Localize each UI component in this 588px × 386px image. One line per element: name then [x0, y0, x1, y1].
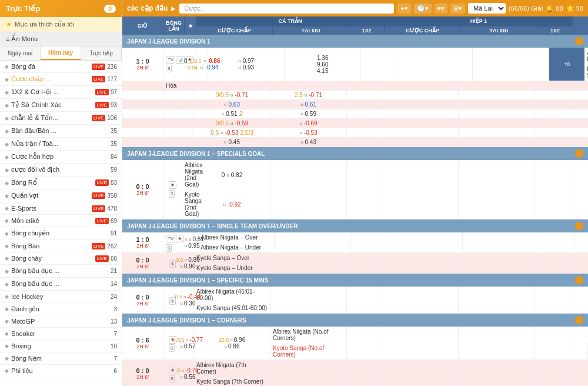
- section-15mins[interactable]: JAPAN J-LEAGUE DIVISION 1 – SPECIFIC 15 …: [122, 274, 588, 287]
- more-btn-1[interactable]: +8: [549, 48, 584, 81]
- sidebar-item-10[interactable]: ◆Quần vợtLIVE350: [0, 189, 122, 202]
- money-icon[interactable]: $: [166, 65, 172, 72]
- sidebar-item-20[interactable]: ◆MotoGP13: [0, 315, 122, 328]
- c1-cc: 0.5/1o-0.77 u0.57: [182, 327, 194, 360]
- sidebar-item-1[interactable]: ◆Cược chấp ...LIVE177: [0, 73, 122, 86]
- add-icon-btn[interactable]: +▾: [397, 4, 410, 14]
- spec-star-icon[interactable]: ★: [169, 181, 176, 189]
- search-area[interactable]: Cược...: [179, 4, 394, 14]
- grid-icon-btn[interactable]: ⊞▾: [450, 4, 465, 14]
- sport-count: 106: [107, 115, 117, 121]
- sidebar-item-24[interactable]: ◆Phi tiêu6: [0, 365, 122, 377]
- tab-tomorrow[interactable]: Ngày mai: [0, 46, 41, 60]
- sidebar-item-6[interactable]: ◆Nửa trận / Toà...35: [0, 138, 122, 151]
- m15-score: 0 : 0 2H 6': [122, 287, 163, 313]
- c1-dollar[interactable]: $: [169, 344, 175, 352]
- collapse-corners[interactable]: [575, 316, 583, 324]
- sidebar-item-7[interactable]: ◆Cược hỗn hợp84: [0, 151, 122, 164]
- corner-match-2: 0 : 0 2H 6' Albirex Niigata (7th Corner)…: [122, 360, 588, 386]
- sidebar-item-18[interactable]: ◆Ice Hockey24: [0, 291, 122, 303]
- sport-name: 1X2 & Cơ Hội ...: [11, 88, 95, 96]
- sport-count: 60: [111, 255, 117, 262]
- collapse-15mins[interactable]: [575, 276, 583, 284]
- sport-name: Cược hỗn hợp: [11, 153, 111, 161]
- c2-cc: 0o-0.76 u0.56: [182, 360, 194, 386]
- sidebar-item-4[interactable]: ◆chẵn lẻ & Tổn...LIVE106: [0, 112, 122, 125]
- sport-name: Bóng bầu dục ...: [11, 280, 111, 288]
- sidebar-item-2[interactable]: ◆1X2 & Cơ Hội ...LIVE97: [0, 86, 122, 99]
- sport-name: Phi tiêu: [11, 367, 113, 374]
- s1-dollar[interactable]: $: [166, 244, 172, 252]
- s1-tv[interactable]: TV: [166, 235, 175, 242]
- th-match: BÓNG LẦN: [163, 16, 185, 35]
- chevron-icon: ◆: [5, 231, 9, 237]
- spec-money-icon[interactable]: $: [169, 190, 175, 198]
- collapse-specials[interactable]: [575, 149, 583, 158]
- sidebar-item-9[interactable]: ◆Bóng RổLIVE83: [0, 177, 122, 189]
- chevron-icon: ◆: [5, 281, 9, 287]
- sidebar-item-15[interactable]: ◆Bóng chàyLIVE60: [0, 252, 122, 265]
- sidebar-item-11[interactable]: ◆E-SportsLIVE478: [0, 202, 122, 215]
- section-single[interactable]: JAPAN J-LEAGUE DIVISION 1 – SINGLE TEAM …: [122, 219, 588, 232]
- sport-count: 13: [111, 318, 117, 325]
- chevron-icon: ◆: [5, 193, 9, 199]
- spec-more: [570, 160, 588, 189]
- s2-dollar[interactable]: $: [169, 260, 175, 268]
- sidebar-item-19[interactable]: ◆Đánh gôn3: [0, 303, 122, 315]
- cuoc-chap-1: 0 2/2.5 o 0.86 -0.94 u -0.94: [196, 48, 208, 81]
- spec-h1tx: [459, 160, 535, 189]
- sport-count: 350: [107, 192, 117, 199]
- menu-toggle[interactable]: ≡ Ẩn Menu: [0, 32, 122, 46]
- sidebar-item-13[interactable]: ◆Bóng chuyền91: [0, 227, 122, 240]
- th-1x2-2: 1X2: [537, 26, 573, 35]
- th-1x2: 1X2: [349, 26, 385, 35]
- tab-today[interactable]: Hôm nay: [41, 46, 81, 60]
- c2-dollar[interactable]: $: [169, 375, 175, 382]
- sidebar-item-3[interactable]: ◆Tỷ Số Chính XácLIVE93: [0, 99, 122, 112]
- sport-name: Snooker: [11, 330, 113, 337]
- sub-cc-2: o 0.51 2: [194, 109, 270, 118]
- sidebar-item-23[interactable]: ◆Bóng Ném7: [0, 352, 122, 365]
- chevron-icon: ◆: [5, 89, 9, 95]
- odds-count: 🔔 88: [546, 5, 563, 12]
- live-indicator: LIVE: [92, 243, 105, 249]
- favorites-row[interactable]: ★ Mục ưa thích của tôi: [0, 17, 122, 32]
- sidebar-item-22[interactable]: ◆Boxing10: [0, 340, 122, 352]
- sub-cc-1b: u 0.63: [194, 100, 270, 109]
- sidebar-item-21[interactable]: ◆Snooker7: [0, 328, 122, 340]
- sport-count: 97: [111, 89, 117, 95]
- sport-name: Cược chấp ...: [11, 75, 92, 83]
- region-select[interactable]: Mã Lai: [468, 3, 506, 14]
- section-corners[interactable]: JAPAN J-LEAGUE DIVISION 1 – CORNERS: [122, 314, 588, 327]
- th-hiep1: HIỆP 1: [385, 16, 573, 26]
- clock-icon-btn[interactable]: 🕐▾: [414, 4, 432, 14]
- chevron-icon: ◆: [5, 64, 9, 69]
- sidebar-item-8[interactable]: ◆cược đối vô địch59: [0, 164, 122, 177]
- collapse-single[interactable]: [575, 222, 583, 230]
- live-indicator: LIVE: [95, 89, 109, 95]
- section-specials[interactable]: JAPAN J-LEAGUE DIVISION 1 – SPECIALS GOA…: [122, 147, 588, 160]
- chevron-icon: ◆: [5, 205, 9, 211]
- c2-star[interactable]: ★: [169, 367, 176, 374]
- sport-count: 91: [111, 230, 117, 237]
- chevron-icon: ◆: [5, 368, 9, 374]
- tv-icon[interactable]: TV: [166, 56, 175, 64]
- sidebar-item-5[interactable]: ◆Bàn đầu/Bàn ...35: [0, 125, 122, 138]
- sidebar-item-14[interactable]: ◆Bóng BànLIVE262: [0, 240, 122, 252]
- empty-score-1b: [122, 81, 163, 90]
- s1-team1: Albirex Niigata – Over: [198, 232, 275, 242]
- m15-team1: Albirex Niigata (45:01-60:00): [194, 287, 270, 303]
- sidebar-item-12[interactable]: ◆Môn crikêLIVE69: [0, 215, 122, 227]
- live-indicator: LIVE: [95, 102, 109, 108]
- chevron-icon: ◆: [5, 243, 9, 249]
- sidebar-item-0[interactable]: ◆Bóng đáLIVE236: [0, 61, 122, 73]
- sidebar-item-16[interactable]: ◆Bóng bầu dục ...21: [0, 265, 122, 278]
- collapse-japan1[interactable]: [575, 37, 583, 45]
- list-icon-btn[interactable]: ≡▾: [435, 4, 447, 14]
- sidebar-item-17[interactable]: ◆Bóng bầu dục ...14: [0, 278, 122, 291]
- arrow-right-icon: ▶: [171, 5, 176, 12]
- section-japan1[interactable]: JAPAN J-LEAGUE DIVISION 1: [122, 35, 588, 48]
- sport-count: 236: [107, 64, 117, 70]
- sport-count: 84: [111, 154, 117, 160]
- tab-live[interactable]: Trực tiếp: [81, 46, 122, 60]
